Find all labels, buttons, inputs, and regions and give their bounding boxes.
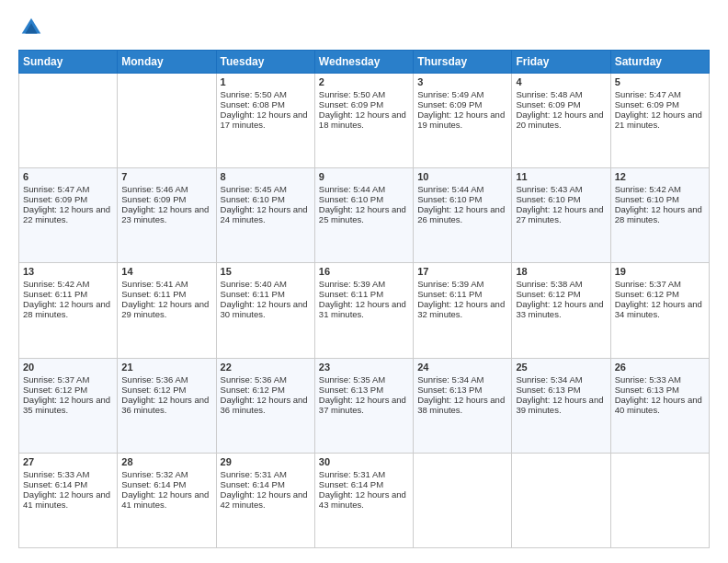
- day-number: 6: [23, 171, 113, 182]
- calendar-cell: 9Sunrise: 5:44 AMSunset: 6:10 PMDaylight…: [314, 168, 413, 263]
- calendar-cell: 10Sunrise: 5:44 AMSunset: 6:10 PMDayligh…: [414, 168, 512, 263]
- day-number: 15: [221, 266, 311, 277]
- calendar-cell: 27Sunrise: 5:33 AMSunset: 6:14 PMDayligh…: [19, 453, 118, 547]
- weekday-header: Wednesday: [314, 51, 413, 74]
- calendar-cell: 30Sunrise: 5:31 AMSunset: 6:14 PMDayligh…: [314, 453, 413, 547]
- calendar-cell: [118, 74, 216, 168]
- day-number: 23: [319, 362, 409, 373]
- calendar-cell: 14Sunrise: 5:41 AMSunset: 6:11 PMDayligh…: [118, 263, 216, 358]
- calendar-cell: 7Sunrise: 5:46 AMSunset: 6:09 PMDaylight…: [118, 168, 216, 263]
- week-row: 13Sunrise: 5:42 AMSunset: 6:11 PMDayligh…: [19, 263, 710, 358]
- day-number: 24: [417, 362, 507, 373]
- week-row: 20Sunrise: 5:37 AMSunset: 6:12 PMDayligh…: [19, 358, 710, 453]
- day-number: 21: [121, 362, 211, 373]
- calendar-cell: 21Sunrise: 5:36 AMSunset: 6:12 PMDayligh…: [118, 358, 216, 453]
- page: SundayMondayTuesdayWednesdayThursdayFrid…: [0, 0, 728, 563]
- calendar-cell: 13Sunrise: 5:42 AMSunset: 6:11 PMDayligh…: [19, 263, 118, 358]
- calendar-cell: 15Sunrise: 5:40 AMSunset: 6:11 PMDayligh…: [216, 263, 314, 358]
- calendar-cell: 6Sunrise: 5:47 AMSunset: 6:09 PMDaylight…: [19, 168, 118, 263]
- day-number: 1: [221, 76, 311, 87]
- day-number: 20: [23, 362, 113, 373]
- weekday-header-row: SundayMondayTuesdayWednesdayThursdayFrid…: [19, 51, 710, 74]
- calendar-cell: 19Sunrise: 5:37 AMSunset: 6:12 PMDayligh…: [610, 263, 709, 358]
- day-number: 25: [516, 362, 606, 373]
- weekday-header: Saturday: [610, 51, 709, 74]
- day-number: 30: [319, 456, 409, 467]
- calendar-cell: [19, 74, 118, 168]
- calendar-cell: 17Sunrise: 5:39 AMSunset: 6:11 PMDayligh…: [414, 263, 512, 358]
- header: [18, 15, 710, 40]
- logo-icon: [18, 15, 44, 40]
- calendar-cell: 20Sunrise: 5:37 AMSunset: 6:12 PMDayligh…: [19, 358, 118, 453]
- calendar-cell: 23Sunrise: 5:35 AMSunset: 6:13 PMDayligh…: [314, 358, 413, 453]
- calendar-cell: 5Sunrise: 5:47 AMSunset: 6:09 PMDaylight…: [610, 74, 709, 168]
- day-number: 26: [615, 362, 705, 373]
- day-number: 16: [319, 266, 409, 277]
- day-number: 27: [23, 456, 113, 467]
- day-number: 11: [516, 171, 606, 182]
- day-number: 22: [221, 362, 311, 373]
- week-row: 1Sunrise: 5:50 AMSunset: 6:08 PMDaylight…: [19, 74, 710, 168]
- day-number: 7: [121, 171, 211, 182]
- day-number: 28: [121, 456, 211, 467]
- calendar-cell: 28Sunrise: 5:32 AMSunset: 6:14 PMDayligh…: [118, 453, 216, 547]
- calendar-cell: 8Sunrise: 5:45 AMSunset: 6:10 PMDaylight…: [216, 168, 314, 263]
- day-number: 18: [516, 266, 606, 277]
- calendar-header: SundayMondayTuesdayWednesdayThursdayFrid…: [19, 51, 710, 74]
- calendar-cell: 25Sunrise: 5:34 AMSunset: 6:13 PMDayligh…: [512, 358, 610, 453]
- logo: [18, 15, 48, 40]
- calendar-cell: [414, 453, 512, 547]
- day-number: 12: [615, 171, 705, 182]
- day-number: 4: [516, 76, 606, 87]
- calendar-cell: [512, 453, 610, 547]
- calendar-cell: 1Sunrise: 5:50 AMSunset: 6:08 PMDaylight…: [216, 74, 314, 168]
- weekday-header: Thursday: [414, 51, 512, 74]
- day-number: 5: [615, 76, 705, 87]
- day-number: 14: [121, 266, 211, 277]
- calendar-cell: 24Sunrise: 5:34 AMSunset: 6:13 PMDayligh…: [414, 358, 512, 453]
- day-number: 10: [417, 171, 507, 182]
- weekday-header: Tuesday: [216, 51, 314, 74]
- day-number: 8: [221, 171, 311, 182]
- calendar-cell: 3Sunrise: 5:49 AMSunset: 6:09 PMDaylight…: [414, 74, 512, 168]
- calendar-cell: 11Sunrise: 5:43 AMSunset: 6:10 PMDayligh…: [512, 168, 610, 263]
- calendar-cell: 22Sunrise: 5:36 AMSunset: 6:12 PMDayligh…: [216, 358, 314, 453]
- calendar-cell: 4Sunrise: 5:48 AMSunset: 6:09 PMDaylight…: [512, 74, 610, 168]
- calendar-table: SundayMondayTuesdayWednesdayThursdayFrid…: [18, 50, 710, 548]
- calendar-cell: 2Sunrise: 5:50 AMSunset: 6:09 PMDaylight…: [314, 74, 413, 168]
- calendar-cell: [610, 453, 709, 547]
- calendar-cell: 16Sunrise: 5:39 AMSunset: 6:11 PMDayligh…: [314, 263, 413, 358]
- calendar-cell: 12Sunrise: 5:42 AMSunset: 6:10 PMDayligh…: [610, 168, 709, 263]
- day-number: 2: [319, 76, 409, 87]
- day-number: 13: [23, 266, 113, 277]
- day-number: 19: [615, 266, 705, 277]
- calendar-cell: 29Sunrise: 5:31 AMSunset: 6:14 PMDayligh…: [216, 453, 314, 547]
- calendar-cell: 26Sunrise: 5:33 AMSunset: 6:13 PMDayligh…: [610, 358, 709, 453]
- day-number: 17: [417, 266, 507, 277]
- day-number: 3: [417, 76, 507, 87]
- week-row: 27Sunrise: 5:33 AMSunset: 6:14 PMDayligh…: [19, 453, 710, 547]
- weekday-header: Monday: [118, 51, 216, 74]
- day-number: 29: [221, 456, 311, 467]
- weekday-header: Sunday: [19, 51, 118, 74]
- calendar-cell: 18Sunrise: 5:38 AMSunset: 6:12 PMDayligh…: [512, 263, 610, 358]
- week-row: 6Sunrise: 5:47 AMSunset: 6:09 PMDaylight…: [19, 168, 710, 263]
- weekday-header: Friday: [512, 51, 610, 74]
- day-number: 9: [319, 171, 409, 182]
- calendar-body: 1Sunrise: 5:50 AMSunset: 6:08 PMDaylight…: [19, 74, 710, 548]
